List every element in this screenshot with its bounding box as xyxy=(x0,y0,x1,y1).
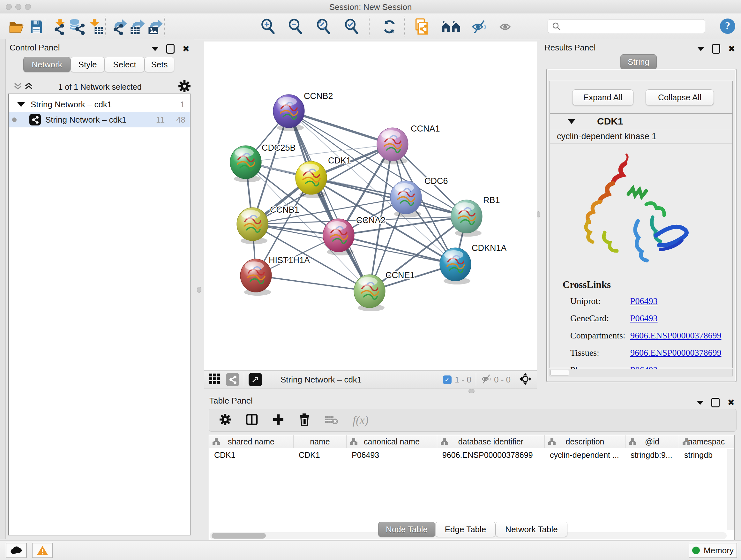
network-view-canvas[interactable]: CCNB2CCNA1CDC25BCDK1CDC6RB1CCNB1CCNA2CDK… xyxy=(204,42,537,370)
protein-description-row: cyclin-dependent kinase 1 xyxy=(550,129,732,144)
main-toolbar: ? xyxy=(0,13,741,39)
results-hscrollbar[interactable] xyxy=(549,369,733,376)
grid-view-icon[interactable] xyxy=(209,373,221,386)
network-selection-status: 1 of 1 Network selected xyxy=(6,82,194,91)
float-panel-icon[interactable] xyxy=(151,47,158,51)
tab-string[interactable]: String xyxy=(620,54,657,70)
table-cell[interactable]: stringdb:9... xyxy=(625,449,679,461)
tab-network[interactable]: Network xyxy=(23,57,71,72)
search-input[interactable] xyxy=(564,20,702,31)
network-collection-row[interactable]: String Network – cdk1 1 xyxy=(9,97,190,112)
detach-view-icon[interactable] xyxy=(249,373,262,386)
zoom-in-button[interactable] xyxy=(259,18,277,36)
collection-expand-icon[interactable] xyxy=(17,102,25,107)
crosslink-label: Tissues: xyxy=(570,348,630,358)
warning-status-button[interactable] xyxy=(32,543,53,558)
memory-button[interactable]: Memory xyxy=(689,543,737,558)
birds-eye-toggle-icon[interactable] xyxy=(519,373,532,387)
maximize-panel-icon[interactable] xyxy=(711,398,720,408)
save-session-button[interactable] xyxy=(27,18,45,36)
import-network-file-button[interactable] xyxy=(51,18,68,36)
tab-select[interactable]: Select xyxy=(105,57,145,72)
column-header-description[interactable]: description xyxy=(545,435,625,448)
close-panel-icon[interactable]: ✖ xyxy=(182,45,190,53)
float-panel-icon[interactable] xyxy=(697,401,704,405)
delete-table-icon-disabled xyxy=(325,414,339,426)
crosslink-value-link[interactable]: 9606.ENSP00000378699 xyxy=(630,330,721,341)
column-header--id[interactable]: @id xyxy=(625,435,679,448)
protein-card-header[interactable]: CDK1 xyxy=(550,114,732,129)
show-columns-icon[interactable] xyxy=(246,413,258,427)
network-status-dot xyxy=(12,118,17,122)
export-image-button[interactable] xyxy=(146,18,164,36)
tab-style[interactable]: Style xyxy=(71,57,105,72)
table-vscrollbar[interactable] xyxy=(727,449,734,530)
maximize-panel-icon[interactable] xyxy=(166,44,175,54)
float-panel-icon[interactable] xyxy=(697,47,704,51)
crosslink-value-link[interactable]: 9606.ENSP00000378699 xyxy=(630,348,721,358)
tab-sets[interactable]: Sets xyxy=(145,57,174,72)
column-header-shared-name[interactable]: shared name xyxy=(209,435,293,448)
selected-nodes-checkbox[interactable]: ✓ xyxy=(443,375,452,384)
import-network-database-button[interactable] xyxy=(68,18,86,36)
network-options-gear-icon[interactable] xyxy=(178,80,191,94)
import-database-icon xyxy=(69,18,85,35)
table-options-gear-icon[interactable] xyxy=(219,414,231,427)
crosslink-value-link[interactable]: P06493 xyxy=(630,313,658,323)
table-cell[interactable]: CDK1 xyxy=(293,449,347,461)
zoom-selected-button[interactable] xyxy=(343,18,360,36)
cloud-status-button[interactable] xyxy=(6,543,27,558)
column-header-namespac[interactable]: namespac xyxy=(679,435,734,448)
zoom-out-button[interactable] xyxy=(286,18,305,36)
add-column-icon[interactable] xyxy=(272,414,284,427)
column-header-canonical-name[interactable]: canonical name xyxy=(347,435,437,448)
table-cell[interactable]: P06493 xyxy=(347,449,437,461)
tab-node-table[interactable]: Node Table xyxy=(378,522,435,537)
horizontal-splitter-handle[interactable] xyxy=(468,389,475,393)
close-panel-icon[interactable]: ✖ xyxy=(727,399,735,407)
import-table-file-button[interactable] xyxy=(87,18,105,36)
open-session-button[interactable] xyxy=(8,18,25,36)
export-network-icon xyxy=(111,18,128,35)
network-edge[interactable] xyxy=(256,275,369,291)
control-panel: Control Panel ✖ Network Style Select Set… xyxy=(6,39,194,539)
network-tree: String Network – cdk1 1 String Network –… xyxy=(8,94,191,536)
toolbar-separator xyxy=(369,17,369,37)
maximize-panel-icon[interactable] xyxy=(712,44,720,54)
zoom-out-icon xyxy=(287,18,304,35)
network-view-icon[interactable] xyxy=(226,373,239,386)
export-network-button[interactable] xyxy=(111,18,128,36)
node-label-ccne1: CCNE1 xyxy=(386,270,415,280)
table-cell[interactable]: cyclin-dependent ... xyxy=(545,449,625,461)
table-cell[interactable]: CDK1 xyxy=(209,449,293,461)
collapse-all-button[interactable]: Collapse All xyxy=(646,89,714,105)
column-header-database-identifier[interactable]: database identifier xyxy=(437,435,545,448)
show-networks-button[interactable] xyxy=(441,18,463,36)
left-splitter-handle[interactable] xyxy=(197,287,201,293)
tab-network-table[interactable]: Network Table xyxy=(495,522,567,537)
crosslink-value-link[interactable]: P06493 xyxy=(630,296,658,306)
protein-expand-icon[interactable] xyxy=(568,119,576,124)
close-panel-icon[interactable]: ✖ xyxy=(728,45,735,53)
apply-layout-button[interactable] xyxy=(381,18,398,36)
table-cell[interactable]: 9606.ENSP00000378699 xyxy=(437,449,545,461)
network-row[interactable]: String Network – cdk1 11 48 xyxy=(9,112,190,127)
network-edge[interactable] xyxy=(289,111,393,144)
protein-structure-image xyxy=(572,152,700,276)
delete-column-icon[interactable] xyxy=(298,413,311,428)
show-graphics-button[interactable] xyxy=(496,18,515,36)
help-button[interactable]: ? xyxy=(719,17,737,35)
column-header-label: @id xyxy=(645,437,659,446)
column-header-name[interactable]: name xyxy=(293,435,347,448)
results-panel: Results Panel ✖ String Expand All Collap… xyxy=(540,39,741,393)
node-label-ccnb2: CCNB2 xyxy=(304,91,333,101)
hide-graphics-button[interactable] xyxy=(470,18,488,36)
node-gloss xyxy=(245,261,264,270)
tab-edge-table[interactable]: Edge Table xyxy=(435,522,495,537)
export-table-button[interactable] xyxy=(128,18,146,36)
table-cell[interactable]: stringdb xyxy=(679,449,734,461)
duplicate-network-button[interactable] xyxy=(413,18,431,36)
zoom-fit-button[interactable] xyxy=(315,18,333,36)
expand-all-button[interactable]: Expand All xyxy=(572,89,633,105)
network-column-icon xyxy=(212,438,220,447)
